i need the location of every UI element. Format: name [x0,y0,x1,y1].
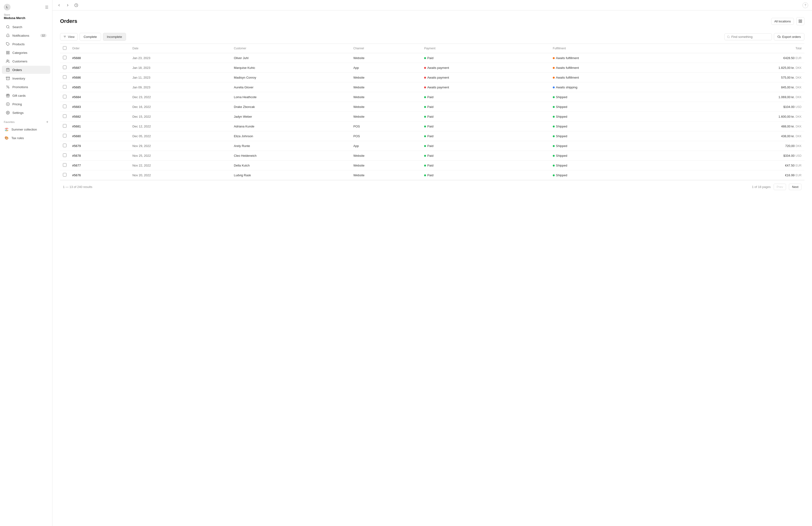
nav-inventory[interactable]: Inventory [2,74,50,83]
nav-settings[interactable]: Settings [2,108,50,117]
table-row[interactable]: #5679 Nov 29, 2022 Arely Runte App Paid … [60,141,804,151]
row-checkbox-cell[interactable] [60,121,69,131]
table-row[interactable]: #5686 Jan 11, 2023 Madisyn Conroy Websit… [60,73,804,83]
favorite-tax-rules[interactable]: 🎨 Tax rules [0,134,52,142]
order-currency: DKK [796,125,801,128]
order-customer: Adriana Kunde [231,121,350,131]
back-button[interactable] [56,2,62,8]
view-filter-button[interactable]: View [60,33,78,41]
nav-pricing[interactable]: Pricing [2,100,50,108]
table-row[interactable]: #5688 Jan 23, 2023 Oliver Juhl Website P… [60,53,804,63]
order-number: #5683 [69,102,130,112]
order-customer: Eliza Johnson [231,131,350,141]
box-icon [6,76,10,81]
search-input[interactable] [731,35,769,39]
nav-categories[interactable]: Categories [2,48,50,57]
page-content: Orders All locations View Complete Incom… [53,11,812,526]
nav-notifications[interactable]: Notifications 12 [2,31,50,40]
complete-tab[interactable]: Complete [79,33,101,41]
row-checkbox-cell[interactable] [60,131,69,141]
order-fulfillment: Shipped [550,151,684,161]
row-checkbox-cell[interactable] [60,151,69,161]
row-checkbox[interactable] [63,173,67,176]
orders-table-wrapper: Order Date Customer Channel Payment Fulf… [60,44,804,180]
fulfillment-dot [553,87,555,88]
row-checkbox-cell[interactable] [60,63,69,73]
table-row[interactable]: #5681 Dec 12, 2022 Adriana Kunde POS Pai… [60,121,804,131]
prev-button[interactable]: Prev [774,184,786,190]
nav-orders-label: Orders [12,68,22,72]
order-number: #5687 [69,63,130,73]
table-row[interactable]: #5677 Nov 22, 2022 Della Kutch Website P… [60,161,804,170]
search-box[interactable] [724,33,772,40]
row-checkbox[interactable] [63,163,67,167]
order-customer: Cleo Heideneich [231,151,350,161]
nav-orders[interactable]: Orders [2,66,50,74]
incomplete-tab[interactable]: Incomplete [103,33,126,41]
nav-customers-label: Customers [12,60,27,63]
row-checkbox-cell[interactable] [60,83,69,92]
row-checkbox-cell[interactable] [60,112,69,121]
row-checkbox[interactable] [63,95,67,98]
history-button[interactable] [73,2,79,8]
help-button[interactable]: ? [802,2,808,8]
row-checkbox[interactable] [63,56,67,59]
next-button[interactable]: Next [789,184,801,190]
store-name: Medusa Merch [4,16,48,20]
order-number: #5677 [69,161,130,170]
nav-search[interactable]: Search [2,23,50,31]
row-checkbox-cell[interactable] [60,170,69,180]
order-customer: Della Kutch [231,161,350,170]
nav-products[interactable]: Products [2,40,50,48]
row-checkbox-cell[interactable] [60,141,69,151]
nav-gift-cards-label: Gift cards [12,94,26,98]
locations-button[interactable]: All locations [771,18,794,25]
nav-promotions[interactable]: Promotions [2,83,50,91]
add-favorite-icon[interactable]: + [46,120,48,124]
row-checkbox[interactable] [63,124,67,128]
row-checkbox[interactable] [63,75,67,79]
layout-icon-button[interactable] [796,17,804,25]
tax-rules-icon: 🎨 [4,135,9,141]
row-checkbox-cell[interactable] [60,92,69,102]
row-checkbox-cell[interactable] [60,53,69,63]
nav-promotions-label: Promotions [12,85,28,89]
row-checkbox[interactable] [63,144,67,147]
row-checkbox-cell[interactable] [60,73,69,83]
row-checkbox[interactable] [63,85,67,89]
order-fulfillment: Shipped [550,170,684,180]
row-checkbox[interactable] [63,134,67,137]
table-row[interactable]: #5684 Dec 23, 2022 Loma Heathcote Websit… [60,92,804,102]
table-row[interactable]: #5687 Jan 18, 2023 Marquise Kuhic App Aw… [60,63,804,73]
row-checkbox[interactable] [63,65,67,69]
order-payment: Paid [421,141,550,151]
table-row[interactable]: #5678 Nov 25, 2022 Cleo Heideneich Websi… [60,151,804,161]
table-row[interactable]: #5682 Dec 15, 2022 Jadyn Weber Website P… [60,112,804,121]
table-row[interactable]: #5676 Nov 20, 2022 Ludvig Rask Website P… [60,170,804,180]
row-checkbox-cell[interactable] [60,102,69,112]
nav-products-label: Products [12,42,25,46]
table-row[interactable]: #5683 Dec 16, 2022 Drake Zboncak Website… [60,102,804,112]
table-header-row: Order Date Customer Channel Payment Fulf… [60,44,804,53]
table-row[interactable]: #5685 Jan 09, 2023 Aurelia Glover Websit… [60,83,804,92]
favorite-summer-collection[interactable]: 🏖️ Summer collection [0,125,52,134]
svg-line-11 [7,86,9,88]
nav-gift-cards[interactable]: Gift cards [2,91,50,100]
forward-button[interactable] [65,2,71,8]
row-checkbox[interactable] [63,105,67,108]
order-total: 488,00 kr.DKK [684,121,804,131]
nav-customers[interactable]: Customers [2,57,50,65]
payment-dot [424,67,426,69]
row-checkbox-cell[interactable] [60,161,69,170]
row-checkbox[interactable] [63,114,67,118]
order-currency: DKK [796,96,801,99]
col-date: Date [130,44,231,53]
order-total: 1.069,00 kr.DKK [684,92,804,102]
table-row[interactable]: #5680 Dec 05, 2022 Eliza Johnson POS Pai… [60,131,804,141]
export-button[interactable]: Export orders [774,33,804,41]
menu-icon[interactable]: ☰ [45,5,48,10]
select-all-checkbox[interactable] [63,46,67,50]
row-checkbox[interactable] [63,154,67,157]
order-channel: Website [350,83,421,92]
orders-table: Order Date Customer Channel Payment Fulf… [60,44,804,180]
